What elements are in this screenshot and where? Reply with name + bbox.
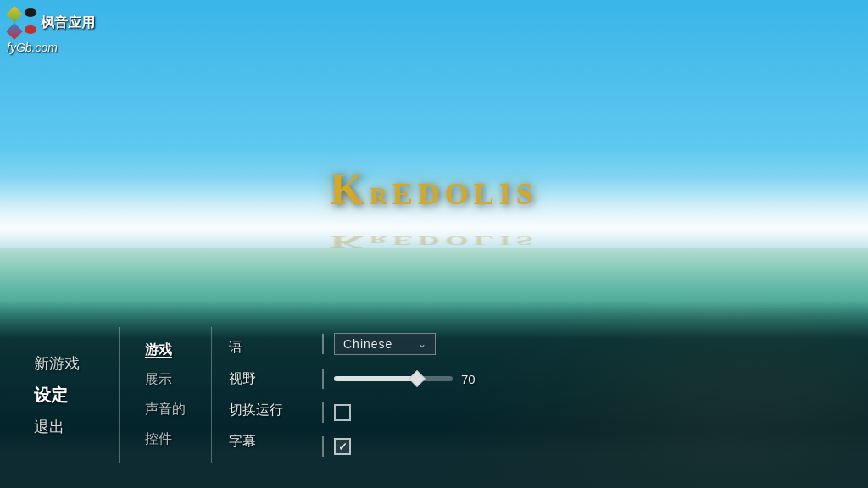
fov-row: 70 xyxy=(322,369,492,389)
fov-separator xyxy=(322,369,324,389)
toggle-run-checkbox[interactable] xyxy=(334,404,351,421)
subtitles-separator xyxy=(322,436,324,457)
bird-icon-2 xyxy=(24,24,37,36)
language-dropdown[interactable]: Chinese ⌄ xyxy=(334,333,436,355)
option-fov-label: 视野 xyxy=(229,370,297,388)
option-toggle-run-label: 切换运行 xyxy=(229,402,297,419)
watermark-cn-text: 枫音应用 xyxy=(41,14,95,32)
game-title: Kredolis Kredolis xyxy=(330,164,537,264)
title-text: Kredolis xyxy=(330,164,537,214)
fov-slider-container: 70 xyxy=(334,372,492,386)
menu-item-exit[interactable]: 退出 xyxy=(34,417,85,437)
menu-item-new-game[interactable]: 新游戏 xyxy=(34,353,85,374)
subtitles-row xyxy=(322,436,492,457)
title-reflection: Kredolis xyxy=(330,233,537,253)
tab-audio[interactable]: 声音的 xyxy=(145,401,186,419)
settings-options: 语 视野 切换运行 字幕 xyxy=(212,322,314,468)
diamond-icon-1 xyxy=(6,6,23,23)
fov-slider-fill xyxy=(334,376,417,381)
toggle-run-row xyxy=(322,402,492,423)
fov-slider-thumb[interactable] xyxy=(409,370,426,387)
menu-overlay: 新游戏 设定 退出 游戏 展示 声音的 控件 语 视野 切换运行 字幕 Chin… xyxy=(0,302,868,488)
fov-slider-track[interactable] xyxy=(334,376,453,381)
watermark: 枫音应用 fyGb.com xyxy=(7,7,95,54)
option-subtitles-label: 字幕 xyxy=(229,433,297,451)
main-menu: 新游戏 设定 退出 xyxy=(0,336,119,454)
diamond-icon-2 xyxy=(6,23,23,40)
watermark-url: fyGb.com xyxy=(7,41,95,54)
settings-values: Chinese ⌄ 70 xyxy=(314,316,500,474)
language-selected: Chinese xyxy=(343,337,411,351)
settings-tabs: 游戏 展示 声音的 控件 xyxy=(120,324,211,465)
tab-controls[interactable]: 控件 xyxy=(145,430,186,448)
subtitles-checkbox[interactable] xyxy=(334,438,351,455)
option-language-label: 语 xyxy=(229,339,297,357)
bird-icon-1 xyxy=(24,7,37,19)
tab-display[interactable]: 展示 xyxy=(145,371,186,389)
chevron-down-icon: ⌄ xyxy=(418,338,426,350)
menu-item-settings[interactable]: 设定 xyxy=(34,384,85,407)
language-row: Chinese ⌄ xyxy=(322,333,492,355)
toggle-run-separator xyxy=(322,402,324,423)
watermark-icons xyxy=(7,7,37,39)
lang-separator xyxy=(322,334,324,354)
fov-value: 70 xyxy=(461,372,482,386)
tab-game[interactable]: 游戏 xyxy=(145,341,186,359)
